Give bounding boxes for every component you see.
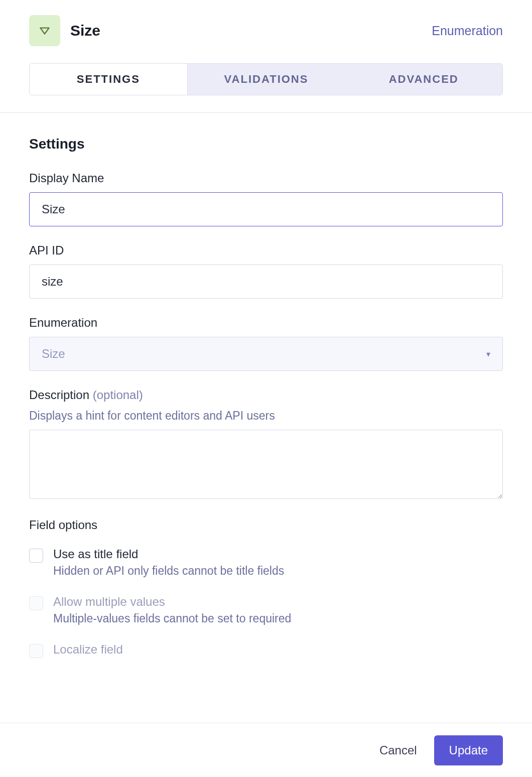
display-name-input[interactable] xyxy=(29,192,503,226)
checkbox-localize xyxy=(29,644,43,658)
description-textarea[interactable] xyxy=(29,430,503,499)
display-name-label: Display Name xyxy=(29,171,503,185)
tab-validations[interactable]: VALIDATIONS xyxy=(188,64,345,95)
option-title-field-label: Use as title field xyxy=(53,547,284,561)
page-title: Size xyxy=(70,22,100,39)
tabs: SETTINGS VALIDATIONS ADVANCED xyxy=(29,63,503,95)
svg-marker-0 xyxy=(40,28,49,34)
description-label-text: Description xyxy=(29,388,89,402)
footer: Cancel Update xyxy=(0,723,532,777)
update-button[interactable]: Update xyxy=(434,735,503,765)
api-id-label: API ID xyxy=(29,243,503,257)
field-options-heading: Field options xyxy=(29,518,503,532)
checkbox-title-field[interactable] xyxy=(29,549,43,563)
enumeration-select-value: Size xyxy=(42,347,65,361)
option-localize-label: Localize field xyxy=(53,642,123,657)
tab-settings[interactable]: SETTINGS xyxy=(30,64,188,95)
option-multiple-label: Allow multiple values xyxy=(53,595,291,609)
option-title-field-sub: Hidden or API only fields cannot be titl… xyxy=(53,564,284,578)
enumeration-label: Enumeration xyxy=(29,316,503,330)
tab-advanced[interactable]: ADVANCED xyxy=(345,64,502,95)
section-heading: Settings xyxy=(29,136,503,152)
description-label: Description (optional) xyxy=(29,388,503,402)
api-id-input[interactable] xyxy=(29,265,503,299)
cancel-button[interactable]: Cancel xyxy=(379,743,417,757)
enumeration-select[interactable]: Size ▾ xyxy=(29,337,503,371)
description-hint: Displays a hint for content editors and … xyxy=(29,409,503,423)
enumeration-icon xyxy=(29,15,60,46)
checkbox-multiple-values xyxy=(29,596,43,610)
chevron-down-icon: ▾ xyxy=(486,349,490,359)
type-badge: Enumeration xyxy=(432,24,503,38)
option-multiple-sub: Multiple-values fields cannot be set to … xyxy=(53,612,291,625)
description-optional: (optional) xyxy=(93,388,143,402)
settings-panel: Settings Display Name API ID Enumeration… xyxy=(0,113,532,723)
